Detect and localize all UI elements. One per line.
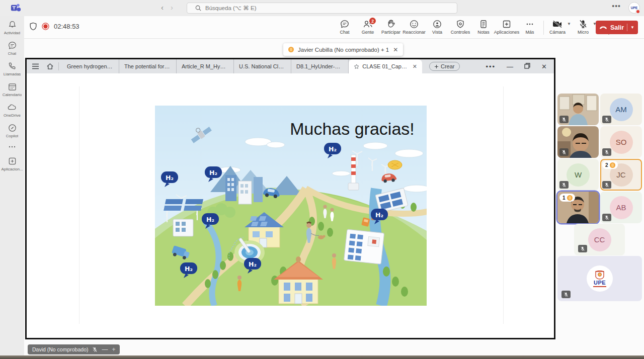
apps-button[interactable]: Aplicaciones [495, 18, 518, 35]
sidebar-item-more[interactable] [0, 144, 24, 151]
leave-options-chevron[interactable]: ▼ [630, 25, 634, 30]
sidebar-item-chat[interactable]: Chat [0, 41, 24, 56]
raise-hand-icon [386, 19, 396, 29]
mic-button[interactable]: Micro [572, 18, 595, 35]
svg-text:H₂: H₂ [185, 265, 193, 273]
participant-tile-so[interactable]: SO [600, 126, 642, 158]
svg-text:H₂: H₂ [206, 216, 214, 223]
rail-apps-label: Aplicacion... [1, 167, 23, 171]
camera-button[interactable]: Cámara [546, 18, 569, 35]
leave-button[interactable]: Salir ▼ [596, 21, 638, 34]
sidebar-item-calls[interactable]: Llamadas [0, 61, 24, 76]
hand-order-number: 2 [605, 162, 608, 168]
participant-video-tile-david[interactable]: 1 [557, 192, 599, 223]
calls-label: Llamadas [4, 72, 21, 76]
more-button[interactable]: Más [518, 18, 541, 35]
participant-tile-cc[interactable]: CC [574, 224, 625, 255]
camera-label: Cámara [549, 30, 566, 35]
notification-close-icon[interactable]: ✕ [393, 46, 398, 53]
sidebar-item-apps[interactable]: Aplicacion... [0, 156, 24, 171]
chat-rail-label: Chat [8, 51, 17, 56]
hamburger-menu-icon[interactable] [32, 63, 39, 69]
window-restore-button[interactable] [524, 63, 530, 70]
svg-text:H₂: H₂ [375, 211, 383, 219]
avatar-initials: AB [616, 203, 626, 212]
controls-button[interactable]: Controles [449, 18, 472, 35]
react-button[interactable]: Reaccionar [403, 18, 426, 35]
participant-video-tile[interactable] [557, 94, 599, 125]
chat-label: Chat [340, 30, 349, 35]
svg-text:H₂: H₂ [329, 145, 337, 153]
more-label: Más [525, 30, 534, 35]
tab-green-hydrogen[interactable]: Green hydrogen st... [62, 59, 119, 73]
tab-us-national[interactable]: U.S. National Clea... [234, 59, 291, 73]
participant-tile-ab[interactable]: AB [600, 192, 642, 223]
search-bar[interactable] [187, 3, 457, 14]
view-button[interactable]: Vista [426, 18, 449, 35]
phone-icon [8, 61, 17, 71]
search-input[interactable] [205, 5, 427, 11]
profile-avatar[interactable]: UPE [628, 2, 640, 14]
sidebar-item-copilot[interactable]: Copilot [0, 123, 24, 138]
participant-tile-jc[interactable]: 2 JC [600, 159, 642, 191]
participant-tile-upe[interactable]: UPE [557, 256, 642, 301]
mic-muted-badge [602, 181, 611, 189]
back-button[interactable]: ‹ [161, 3, 164, 12]
raise-hand-button[interactable]: Participar [379, 18, 403, 35]
hangup-icon [599, 26, 607, 30]
rail-apps-icon [8, 156, 17, 166]
controls-icon [455, 19, 465, 29]
avatar: CC [588, 228, 611, 251]
people-button[interactable]: 2 Gente [356, 18, 379, 35]
new-tab-crear-button[interactable]: Crear [429, 62, 460, 71]
participant-video-tile[interactable] [557, 126, 599, 158]
slide-illustration: H₂ H₂ H₂ H₂ H₂ H₂ H₂ Muchas gracias! [155, 106, 427, 306]
forward-button[interactable]: › [171, 3, 173, 12]
tab-label: Article_R M_Hydro... [182, 63, 228, 69]
tab-label: U.S. National Clea... [239, 63, 286, 69]
tab-article[interactable]: Article_R M_Hydro... [177, 59, 234, 73]
upe-logo: UPE [587, 265, 613, 292]
leave-divider [627, 24, 627, 31]
tabbar-more-icon[interactable]: ••• [486, 63, 496, 70]
sidebar-item-calendar[interactable]: Calendario [0, 82, 24, 97]
controls-label: Controles [451, 30, 470, 35]
notes-button[interactable]: Notas [472, 18, 495, 35]
tab-close-icon[interactable]: ✕ [413, 63, 417, 70]
toolbar-divider [543, 21, 544, 35]
avatar-initials: SO [616, 138, 627, 146]
mic-muted-badge [559, 181, 569, 189]
notes-label: Notas [477, 30, 490, 35]
tab-potential[interactable]: The potential for g... [119, 59, 177, 73]
chat-button[interactable]: Chat [333, 18, 356, 35]
presenter-name-pill[interactable]: David (No comprobado) — + [28, 344, 120, 354]
raise-hand-notification[interactable]: Javier Cubilla (No comprobado) + 1 ✕ [283, 43, 403, 56]
tab-label: The potential for g... [124, 63, 171, 69]
raise-hand-label: Participar [381, 30, 400, 35]
mic-muted-badge [602, 148, 611, 156]
titlebar-more-button[interactable]: ••• [612, 2, 621, 10]
react-label: Reaccionar [403, 30, 426, 35]
raised-hand-icon [288, 47, 294, 52]
recording-indicator-icon [42, 23, 49, 30]
bookmark-star-icon[interactable] [354, 63, 359, 70]
participant-tile-w[interactable]: W [557, 159, 599, 191]
leave-label: Salir [610, 24, 624, 31]
window-close-button[interactable]: ✕ [541, 63, 547, 70]
participant-tile-am[interactable]: AM [600, 94, 642, 125]
zoom-in-button[interactable]: + [112, 346, 115, 353]
upe-logo-underline [593, 286, 606, 287]
svg-text:H₂: H₂ [249, 260, 257, 268]
view-icon [432, 19, 442, 29]
tab-clase01-active[interactable]: CLASE 01_Cap4_1... ✕ [349, 59, 422, 73]
window-minimize-button[interactable]: — [507, 63, 513, 70]
mic-muted-badge [602, 116, 611, 123]
home-icon[interactable] [46, 63, 54, 70]
sidebar-item-onedrive[interactable]: OneDrive [0, 103, 24, 118]
zoom-out-button[interactable]: — [102, 346, 108, 353]
crear-label: Crear [441, 63, 455, 69]
sidebar-item-activity[interactable]: Actividad [0, 20, 24, 35]
calendar-icon [8, 82, 17, 92]
mic-muted-badge [559, 116, 569, 123]
tab-hyunder[interactable]: D8.1_HyUnder-Ex... [291, 59, 349, 73]
